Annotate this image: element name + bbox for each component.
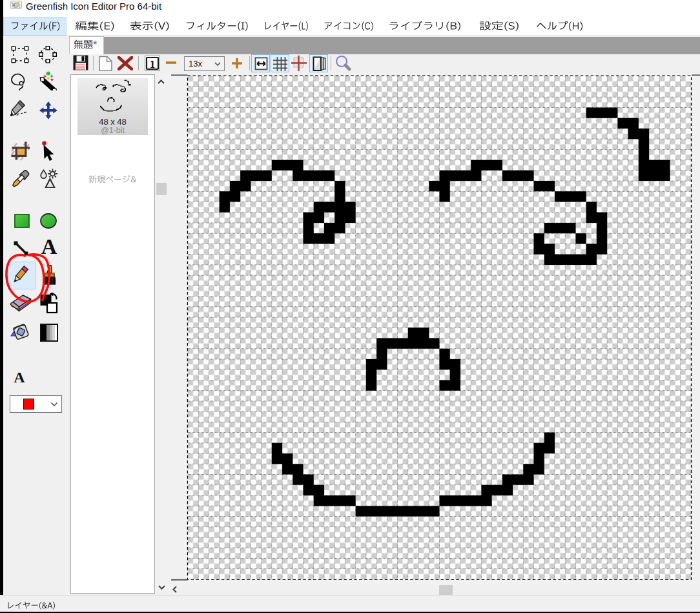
svg-text:1: 1	[150, 58, 156, 70]
